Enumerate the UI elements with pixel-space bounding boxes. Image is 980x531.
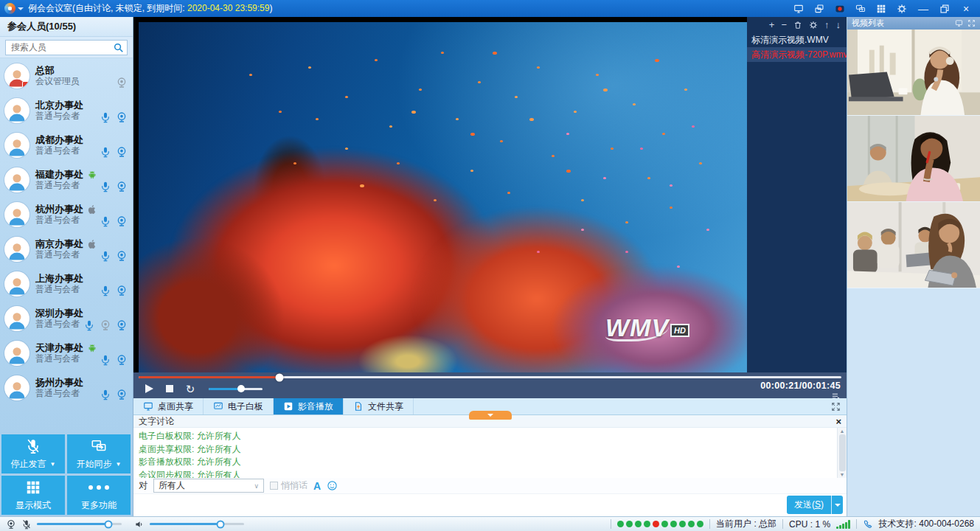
webcam-icon[interactable] [116,77,128,88]
search-input[interactable] [5,40,128,55]
window-layout-icon[interactable] [810,1,828,15]
playlist-item-selected[interactable]: 高清演示视频-720P.wmv 删除 [747,47,847,62]
playlist-settings-gear-icon[interactable] [809,21,818,30]
chevron-down-icon[interactable]: ▼ [50,461,56,468]
playing-video[interactable]: WMV HD [139,22,747,372]
participant-row[interactable]: 扬州办事处普通与会者 [0,370,133,405]
webcam-icon[interactable] [116,215,128,227]
webcam-icon[interactable] [116,181,128,192]
muted-mic-icon[interactable] [21,519,32,530]
minimize-button[interactable]: — [914,1,933,15]
more-functions-button[interactable]: 更多功能 [67,476,131,515]
whisper-option[interactable]: 悄悄话 [270,479,307,492]
recipient-select[interactable]: 所有人 ∨ [153,479,264,493]
settings-gear-icon[interactable] [893,1,911,15]
tab-whiteboard[interactable]: 电子白板 [204,398,274,414]
app-logo-icon[interactable] [4,3,15,14]
player-volume-slider[interactable] [209,388,263,390]
participant-row[interactable]: 天津办事处普通与会者 [0,336,133,370]
chat-scrollbar[interactable]: ▲ ▼ [837,428,847,478]
tab-media-playback[interactable]: 影音播放 [274,398,344,414]
tab-desktop-share[interactable]: 桌面共享 [133,398,204,414]
mic-icon[interactable] [100,146,111,158]
to-label: 对 [139,479,147,492]
move-down-icon[interactable]: ↓ [836,19,841,30]
restore-button[interactable] [936,1,953,15]
display-mode-icon[interactable] [872,1,890,15]
chat-message-input[interactable]: 发送(S) [133,494,847,516]
stop-speaking-button[interactable]: 停止发言▼ [1,434,65,473]
speaker-icon[interactable] [134,519,145,530]
participant-role: 普通与会者 [35,388,80,398]
move-up-icon[interactable]: ↑ [824,19,830,30]
android-icon [87,170,97,180]
chevron-down-icon[interactable]: ▼ [116,461,122,468]
webcam-icon[interactable] [116,250,128,262]
mic-icon[interactable] [83,319,95,331]
webcam-icon[interactable] [116,285,128,296]
tab-file-share[interactable]: 文件共享 [344,398,414,414]
playlist-item[interactable]: 标清演示视频.WMV [747,32,847,47]
trash-icon[interactable] [793,21,802,30]
send-button[interactable]: 发送(S) [787,496,843,514]
participant-row[interactable]: 深圳办事处普通与会者 [0,301,133,336]
loop-icon[interactable]: ↻ [182,381,198,397]
participant-row[interactable]: 总部会议管理员 [0,58,133,93]
app-menu-chevron-down-icon[interactable] [18,7,24,13]
webcam-icon[interactable] [116,319,128,331]
fullscreen-expand-icon[interactable] [831,402,841,412]
participant-row[interactable]: 福建办事处普通与会者 [0,162,133,197]
stop-button[interactable] [161,381,178,397]
mic-icon[interactable] [100,111,111,123]
mic-icon[interactable] [100,181,111,192]
volume-handle[interactable] [237,385,245,392]
scroll-down-icon[interactable]: ▼ [840,472,845,477]
seek-bar[interactable] [139,376,841,378]
display-mode-button[interactable]: 显示模式 [1,476,65,515]
search-icon[interactable] [113,42,124,53]
play-button[interactable] [141,381,157,397]
monitor-icon[interactable] [955,19,963,27]
remove-media-icon[interactable]: − [781,19,787,30]
mic-icon[interactable] [100,250,111,262]
chat-close-icon[interactable]: × [835,417,841,426]
webcam-icon[interactable] [116,111,128,123]
speaker-volume-slider[interactable] [150,523,244,525]
participant-row[interactable]: 成都办事处普通与会者 [0,128,133,162]
webcam-icon[interactable] [116,354,128,366]
font-style-button[interactable]: A [313,480,321,492]
start-sync-button[interactable]: 开始同步▼ [67,434,131,473]
participant-row[interactable]: 杭州办事处普通与会者 [0,197,133,232]
record-icon[interactable] [831,1,849,15]
participant-row[interactable]: 南京办事处普通与会者 [0,232,133,266]
video-thumbnail-1[interactable] [847,30,980,116]
media-center: WMV HD + − ↑ ↓ 标清演示视频.WMV 高清演示视频-720P.wm… [133,17,847,516]
speaker-volume-handle[interactable] [217,520,225,528]
webcam-icon[interactable] [116,146,128,158]
mic-icon[interactable] [100,215,111,227]
desktop-share-icon[interactable] [790,1,807,15]
add-media-icon[interactable]: + [769,19,775,30]
close-button[interactable]: × [956,1,976,15]
emoji-icon[interactable] [327,480,338,491]
expand-icon[interactable] [967,19,976,27]
chat-collapse-handle[interactable] [469,411,512,420]
mic-icon[interactable] [100,354,111,366]
video-thumbnail-3[interactable] [847,202,980,288]
scroll-up-icon[interactable]: ▲ [840,428,845,434]
webcam-icon[interactable] [116,389,128,400]
sync-screens-icon[interactable] [852,1,869,15]
webcam-off-icon[interactable] [100,319,111,331]
video-thumbnail-2[interactable] [847,116,980,202]
mic-icon[interactable] [100,285,111,296]
local-webcam-icon[interactable] [6,519,16,530]
participant-row[interactable]: 北京办事处普通与会者 [0,93,133,128]
scrollbar-thumb[interactable] [839,434,846,471]
support-hotline-label: 技术支持: 400-004-0268 [879,518,974,530]
whisper-checkbox[interactable] [270,482,278,490]
mic-icon[interactable] [100,389,111,400]
send-options-chevron-icon[interactable] [831,496,843,514]
participant-row[interactable]: 上海办事处普通与会者 [0,266,133,301]
mic-volume-slider[interactable] [37,523,122,525]
mic-volume-handle[interactable] [104,520,112,528]
